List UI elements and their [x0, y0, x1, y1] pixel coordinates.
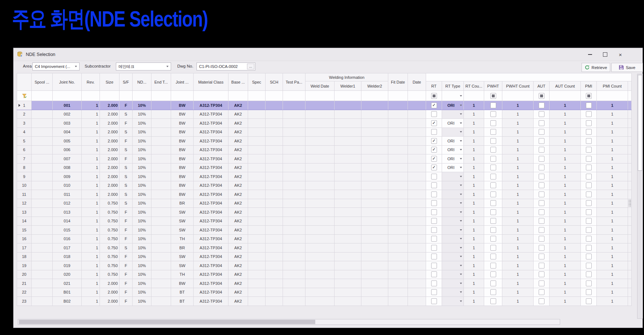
cell-size[interactable]: 2.000 [100, 145, 120, 154]
cell-material[interactable]: A312-TP304 [194, 190, 228, 199]
cell-sf[interactable]: S [120, 190, 133, 199]
vertical-scrollbar-thumb[interactable] [638, 75, 642, 171]
rt-type-dropdown[interactable] [442, 190, 464, 199]
cell-spool[interactable] [32, 208, 53, 217]
close-button[interactable]: × [615, 51, 626, 58]
rt-type-dropdown[interactable] [442, 297, 464, 306]
rt-type-dropdown[interactable] [442, 279, 464, 288]
cell-nd[interactable]: 10% [133, 145, 151, 154]
table-row[interactable]: 22B0112.000F10%BTA312-TP304AK21111 [17, 288, 632, 297]
cell-test_pa[interactable] [283, 137, 305, 146]
cell-test_pa[interactable] [283, 261, 305, 270]
table-row[interactable]: 2002010.750F10%THA312-TP304AK21111 [17, 270, 632, 279]
filter-cell-base[interactable] [228, 91, 248, 101]
cell-rev[interactable]: 1 [82, 154, 100, 164]
row-header[interactable]: 11 [17, 190, 32, 199]
cell-sch[interactable] [266, 154, 283, 164]
rt-checkbox[interactable] [431, 209, 437, 215]
cell-rt_count[interactable]: 1 [464, 252, 484, 261]
cell-base[interactable]: AK2 [228, 199, 248, 208]
col-header-welder1[interactable]: Welder1 [335, 81, 361, 91]
cell-welder2[interactable] [361, 163, 388, 172]
table-row[interactable]: 1601610.750F10%THA312-TP304AK21111 [17, 234, 632, 243]
row-header[interactable]: 13 [17, 208, 32, 217]
cell-welder2[interactable] [361, 270, 388, 279]
filter-cell-welder2[interactable] [361, 91, 388, 101]
cell-joint_no[interactable]: 013 [53, 208, 82, 217]
cell-pwht_count[interactable]: 1 [502, 288, 534, 297]
cell-rev[interactable]: 1 [82, 137, 100, 146]
cell-rt_count[interactable]: 1 [464, 101, 484, 110]
cell-nd[interactable]: 10% [133, 190, 151, 199]
cell-aut_count[interactable]: 1 [550, 190, 581, 199]
rt-checkbox[interactable] [431, 102, 437, 108]
aut-checkbox[interactable] [539, 263, 544, 269]
cell-rt[interactable] [426, 137, 442, 146]
cell-pmi_count[interactable]: 1 [597, 199, 628, 208]
cell-joint_type[interactable]: BW [171, 128, 194, 137]
cell-end_t[interactable] [151, 119, 171, 128]
filter-rt_type-dropdown[interactable] [442, 91, 464, 101]
cell-aut[interactable] [534, 217, 550, 226]
cell-sf[interactable]: F [120, 137, 133, 146]
cell-spool[interactable] [32, 297, 53, 306]
cell-pmi[interactable] [581, 181, 597, 190]
cell-material[interactable]: A312-TP304 [194, 128, 228, 137]
cell-spec[interactable] [248, 279, 266, 288]
pmi-checkbox[interactable] [586, 182, 592, 188]
cell-aut_count[interactable]: 1 [550, 110, 581, 119]
filter-cell-weld_date[interactable] [305, 91, 335, 101]
filter-cell-spool[interactable] [32, 91, 53, 101]
filter-cell-pmi_count[interactable] [597, 91, 628, 101]
cell-test_pa[interactable] [283, 270, 305, 279]
cell-nd[interactable]: 10% [133, 261, 151, 270]
cell-weld_date[interactable] [305, 208, 335, 217]
cell-rt[interactable] [426, 172, 442, 181]
cell-pwht[interactable] [484, 208, 502, 217]
cell-nd[interactable]: 10% [133, 297, 151, 306]
cell-rt_count[interactable]: 1 [464, 288, 484, 297]
cell-size[interactable]: 2.000 [100, 190, 120, 199]
cell-nd[interactable]: 10% [133, 110, 151, 119]
cell-weld_date[interactable] [305, 190, 335, 199]
cell-sf[interactable]: S [120, 199, 133, 208]
cell-rt_count[interactable]: 1 [464, 226, 484, 235]
dwg-browse-button[interactable]: ... [247, 64, 254, 69]
cell-welder1[interactable] [335, 101, 361, 110]
aut-checkbox[interactable] [539, 200, 544, 206]
pwht-checkbox[interactable] [490, 102, 496, 108]
cell-rev[interactable]: 1 [82, 163, 100, 172]
cell-rev[interactable]: 1 [82, 288, 100, 297]
cell-sch[interactable] [266, 234, 283, 243]
cell-sf[interactable]: S [120, 163, 133, 172]
col-header-rt[interactable]: RT [426, 81, 442, 91]
cell-spec[interactable] [248, 145, 266, 154]
rt-type-dropdown[interactable]: ORI [442, 163, 464, 172]
cell-size[interactable]: 2.000 [100, 172, 120, 181]
col-header-aut_count[interactable]: AUT Count [550, 81, 581, 91]
cell-joint_type[interactable]: SW [171, 208, 194, 217]
cell-sf[interactable]: F [120, 261, 133, 270]
cell-test_pa[interactable] [283, 234, 305, 243]
cell-welder2[interactable] [361, 190, 388, 199]
cell-test_pa[interactable] [283, 208, 305, 217]
cell-spool[interactable] [32, 279, 53, 288]
cell-pmi[interactable] [581, 119, 597, 128]
pmi-checkbox[interactable] [586, 271, 592, 277]
cell-material[interactable]: A312-TP304 [194, 110, 228, 119]
cell-joint_no[interactable]: 014 [53, 217, 82, 226]
cell-pwht[interactable] [484, 190, 502, 199]
cell-date[interactable] [408, 154, 426, 164]
cell-material[interactable]: A312-TP304 [194, 137, 228, 146]
cell-pmi_count[interactable]: 1 [597, 137, 628, 146]
cell-pwht_count[interactable]: 1 [502, 128, 534, 137]
cell-weld_date[interactable] [305, 297, 335, 306]
horizontal-scrollbar-thumb[interactable] [19, 320, 315, 324]
cell-pwht[interactable] [484, 199, 502, 208]
horizontal-scrollbar[interactable] [18, 319, 560, 325]
cell-spec[interactable] [248, 154, 266, 164]
cell-aut_count[interactable]: 1 [550, 252, 581, 261]
rt-type-dropdown[interactable] [442, 261, 464, 270]
col-header-aut[interactable]: AUT [534, 81, 550, 91]
cell-pmi[interactable] [581, 101, 597, 110]
